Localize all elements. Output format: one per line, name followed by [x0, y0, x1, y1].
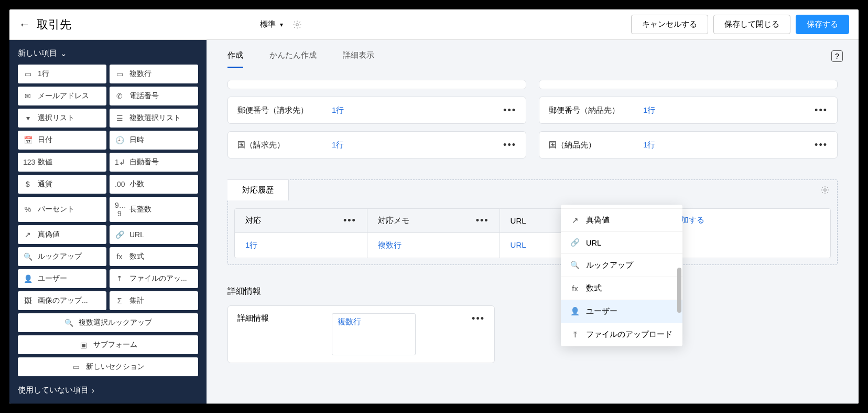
field-palette-item[interactable]: ⤒ファイルのアッ...	[110, 269, 198, 288]
field-type-label: ユーザー	[38, 274, 67, 283]
more-icon[interactable]: •••	[815, 140, 828, 151]
subform-column-header[interactable]: 対応•••	[235, 209, 367, 233]
field-card[interactable]: 郵便番号（納品先）1行•••	[539, 97, 838, 124]
subform-section-title[interactable]: 対応履歴	[227, 179, 289, 200]
field-card[interactable]: 郵便番号（請求先）1行•••	[227, 97, 526, 124]
field-palette-item[interactable]: ▾選択リスト	[18, 109, 106, 128]
field-type-label: ファイルのアッ...	[129, 274, 187, 283]
popup-field-option[interactable]: fx数式	[561, 277, 682, 300]
tab-create[interactable]: 作成	[227, 50, 243, 68]
field-type-label: 複数行	[129, 69, 151, 79]
content-scroll[interactable]: 郵便番号（請求先）1行•••郵便番号（納品先）1行•••国（請求先）1行•••国…	[207, 68, 859, 404]
field-type-icon: 🔍	[64, 319, 73, 327]
field-card[interactable]: 国（請求先）1行•••	[227, 131, 526, 158]
field-type-label: URL	[129, 230, 144, 239]
scrollbar[interactable]	[677, 268, 681, 313]
field-palette-item[interactable]: ☰複数選択リスト	[110, 109, 198, 128]
column-title: 対応	[245, 216, 261, 226]
field-palette-item-wide[interactable]: ▣サブフォーム	[18, 335, 198, 354]
sidebar-unused-fields[interactable]: 使用していない項目 ›	[18, 377, 198, 404]
field-palette-item[interactable]: 🔗URL	[110, 225, 198, 244]
more-icon[interactable]: •••	[503, 140, 516, 151]
topbar: ← 取引先 標準 ▾ キャンセルする 保存して閉じる 保存する	[9, 9, 859, 40]
field-palette-item[interactable]: ✆電話番号	[110, 87, 198, 105]
field-card-empty-right[interactable]	[539, 80, 838, 89]
field-palette-item[interactable]: ▭複数行	[110, 65, 198, 83]
popup-field-option[interactable]: ⤒ファイルのアップロード	[561, 323, 682, 346]
gear-icon[interactable]	[292, 20, 302, 29]
subform-column-type: 複数行	[367, 233, 500, 258]
field-name: 国（請求先）	[237, 140, 332, 150]
field-palette-item[interactable]: 📅日付	[18, 131, 106, 150]
field-palette-item-wide[interactable]: 🔍複数選択ルックアップ	[18, 313, 198, 332]
svg-point-0	[296, 23, 299, 26]
field-type-label: ユーザー	[586, 306, 617, 316]
field-card[interactable]: 国（納品先）1行•••	[539, 131, 838, 158]
field-type-label: 複数選択ルックアップ	[79, 318, 152, 327]
field-palette-item[interactable]: ▭1行	[18, 65, 106, 83]
subform-table: 対応•••1行対応メモ•••複数行URL•••URL+ 項目を追加する	[234, 208, 831, 258]
popup-field-option[interactable]: 🔗URL	[561, 232, 682, 254]
subform-column[interactable]: 対応メモ•••複数行	[367, 209, 500, 258]
field-row: 国（請求先）1行•••国（納品先）1行•••	[227, 131, 838, 158]
subform-column[interactable]: 対応•••1行	[235, 209, 367, 258]
field-row-empty	[227, 80, 838, 89]
help-icon[interactable]: ?	[831, 50, 843, 62]
cancel-button[interactable]: キャンセルする	[631, 15, 708, 34]
back-arrow-icon[interactable]: ←	[19, 18, 30, 31]
main: 新しい項目 ⌄ ▭1行▭複数行✉メールアドレス✆電話番号▾選択リスト☰複数選択リ…	[9, 40, 859, 404]
field-type-icon: ▭	[115, 70, 124, 78]
field-type-label: 長整数	[129, 205, 151, 214]
field-palette-item[interactable]: 🕘日時	[110, 131, 198, 150]
field-palette-item[interactable]: Σ集計	[110, 291, 198, 310]
tab-quick-create[interactable]: かんたん作成	[269, 50, 317, 68]
field-palette-item[interactable]: 👤ユーザー	[18, 269, 106, 288]
field-palette-item[interactable]: 9…9長整数	[110, 197, 198, 222]
popup-field-option[interactable]: 🔍ルックアップ	[561, 254, 682, 277]
field-palette-item[interactable]: $通貨	[18, 175, 106, 194]
more-icon[interactable]: •••	[476, 215, 489, 226]
field-type-icon: 📅	[23, 136, 32, 144]
details-field-card[interactable]: 詳細情報 複数行 •••	[227, 305, 495, 363]
more-icon[interactable]: •••	[343, 215, 356, 226]
more-icon[interactable]: •••	[472, 313, 485, 324]
save-button[interactable]: 保存する	[796, 15, 849, 34]
field-type-icon: 123	[23, 158, 32, 166]
field-type-icon: ⤒	[570, 331, 580, 339]
field-type: 1行	[332, 140, 344, 150]
field-palette-item[interactable]: 1↲自動番号	[110, 153, 198, 172]
field-palette-item[interactable]: fx数式	[110, 247, 198, 266]
field-type-icon: ✉	[23, 92, 32, 100]
field-card-empty-left[interactable]	[227, 80, 526, 89]
field-palette-item[interactable]: .00小数	[110, 175, 198, 194]
column-title: 対応メモ	[378, 216, 409, 226]
field-type-label: 小数	[129, 179, 144, 189]
save-close-button[interactable]: 保存して閉じる	[713, 15, 790, 34]
field-type-icon: fx	[570, 284, 580, 293]
gear-icon[interactable]	[820, 185, 830, 195]
popup-field-option[interactable]: 👤ユーザー	[561, 300, 682, 323]
field-palette-item[interactable]: %パーセント	[18, 197, 106, 222]
app-root: ← 取引先 標準 ▾ キャンセルする 保存して閉じる 保存する 新しい項目 ⌄ …	[9, 9, 859, 404]
sidebar-new-fields-header[interactable]: 新しい項目 ⌄	[18, 48, 198, 58]
field-type-icon: ▭	[71, 363, 81, 371]
subform-column-header[interactable]: 対応メモ•••	[367, 209, 500, 233]
field-type-icon: 🖼	[23, 296, 32, 305]
field-type-label: 新しいセクション	[86, 362, 145, 372]
layout-dropdown[interactable]: 標準 ▾	[260, 19, 283, 29]
more-icon[interactable]: •••	[503, 105, 516, 116]
field-palette-item[interactable]: ↗真偽値	[18, 225, 106, 244]
chevron-down-icon: ⌄	[60, 49, 67, 58]
field-type-label: サブフォーム	[93, 340, 137, 350]
field-palette-item[interactable]: 🖼画像のアップ...	[18, 291, 106, 310]
tab-detail-view[interactable]: 詳細表示	[343, 50, 374, 68]
field-type: 1行	[643, 140, 655, 150]
popup-field-option[interactable]: ↗真偽値	[561, 209, 682, 232]
more-icon[interactable]: •••	[815, 105, 828, 116]
field-palette-item[interactable]: 🔍ルックアップ	[18, 247, 106, 266]
subform-section: 対応履歴 対応•••1行対応メモ•••複数行URL•••URL+ 項目を追加する	[227, 179, 838, 265]
field-palette-item-wide[interactable]: ▭新しいセクション	[18, 357, 198, 376]
field-type-icon: ▾	[23, 114, 32, 122]
field-palette-item[interactable]: 123数値	[18, 153, 106, 172]
field-palette-item[interactable]: ✉メールアドレス	[18, 87, 106, 105]
